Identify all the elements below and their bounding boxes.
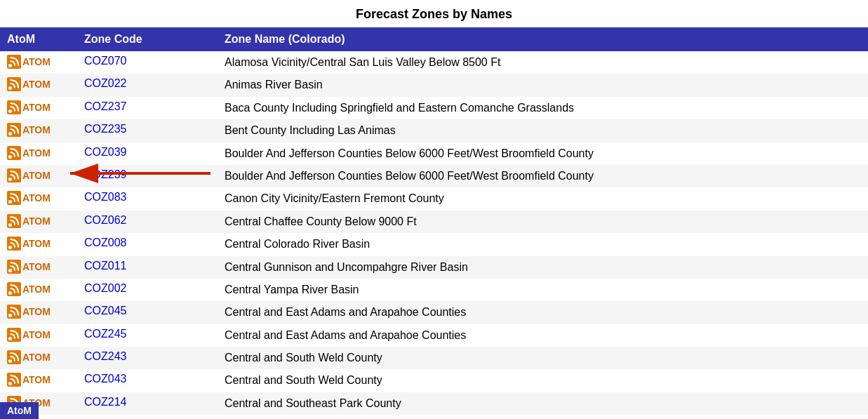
atom-cell: ATOM [0,369,77,392]
zone-code-cell: COZ022 [77,74,218,96]
zone-code-link[interactable]: COZ011 [84,260,126,272]
rss-icon[interactable] [7,123,21,137]
rss-icon[interactable] [7,260,21,274]
zone-code-link[interactable]: COZ083 [84,191,126,203]
table-row: ATOM COZ243Central and South Weld County [0,347,868,369]
atom-label: ATOM [22,352,51,363]
table-row: ATOM COZ083Canon City Vicinity/Eastern F… [0,187,868,210]
atom-cell: ATOM [0,347,77,369]
table-row: ATOM COZ039Boulder And Jefferson Countie… [0,142,868,165]
atom-cell: ATOM [0,142,77,165]
table-row: ATOM COZ239Boulder And Jefferson Countie… [0,165,868,187]
atom-label: ATOM [22,374,51,385]
zone-code-link[interactable]: COZ022 [84,77,126,89]
zone-code-link[interactable]: COZ235 [84,123,126,135]
atom-label: ATOM [22,306,51,317]
atom-cell: ATOM [0,324,77,347]
atom-label: ATOM [22,215,51,227]
rss-icon[interactable] [7,77,21,91]
atom-label: ATOM [22,284,51,295]
atom-cell: ATOM [0,119,77,142]
zone-code-cell: COZ002 [77,279,218,301]
zone-code-link[interactable]: COZ002 [84,282,126,294]
zone-code-link[interactable]: COZ237 [84,100,126,112]
zone-name-cell: Canon City Vicinity/Eastern Fremont Coun… [218,187,868,210]
table-row: ATOM COZ237Baca County Including Springf… [0,97,868,119]
table-row: ATOM COZ214Central and Southeast Park Co… [0,392,868,415]
zone-code-link[interactable]: COZ243 [84,350,126,362]
table-row: ATOM COZ022Animas River Basin [0,74,868,96]
zone-code-link[interactable]: COZ214 [84,396,126,408]
zone-name-cell: Central and Southeast Park County [218,415,868,419]
zone-code-link[interactable]: COZ008 [84,237,126,248]
zone-code-cell: COZ239 [77,165,218,187]
atom-label: ATOM [22,192,51,204]
table-row: ATOM COZ062Central Chaffee County Below … [0,211,868,233]
zone-code-cell: COZ039 [77,142,218,165]
zone-code-link[interactable]: COZ043 [84,373,126,385]
table-row: ATOM COZ235Bent County Including Las Ani… [0,119,868,142]
zone-code-link[interactable]: COZ062 [84,214,126,226]
col-atom-header: AtoM [0,27,77,51]
svg-point-23 [8,314,12,317]
atom-cell: ATOM [0,165,77,187]
zone-name-cell: Central and Southeast Park County [218,392,868,415]
zone-name-cell: Boulder And Jefferson Counties Below 600… [218,142,868,165]
svg-point-9 [8,155,12,159]
zone-code-link[interactable]: COZ070 [84,55,126,67]
atom-cell: ATOM [0,211,77,233]
zone-code-cell: COZ235 [77,119,218,142]
svg-point-17 [8,246,12,249]
rss-icon[interactable] [7,350,21,364]
rss-icon[interactable] [7,191,21,205]
zone-name-cell: Animas River Basin [218,74,868,96]
zone-name-cell: Bent County Including Las Animas [218,119,868,142]
zone-code-link[interactable]: COZ239 [84,168,126,180]
atom-label: ATOM [22,329,51,340]
atom-cell: ATOM [0,97,77,119]
atom-cell: ATOM [0,74,77,96]
rss-icon[interactable] [7,55,21,69]
rss-icon[interactable] [7,328,21,342]
atom-label: ATOM [22,79,51,90]
zone-code-cell: COZ243 [77,347,218,369]
zone-code-cell: COZ083 [77,187,218,210]
rss-icon[interactable] [7,237,21,251]
atom-cell: ATOM [0,51,77,74]
svg-point-5 [8,109,12,113]
zone-code-link[interactable]: COZ245 [84,328,126,340]
zone-code-cell: COZ043 [77,369,218,392]
zone-code-cell: COZ037 [77,415,218,419]
forecast-table: AtoM Zone Code Zone Name (Colorado) ATOM… [0,27,868,419]
table-row: ATOM COZ008Central Colorado River Basin [0,233,868,255]
rss-icon[interactable] [7,168,21,182]
atom-cell: ATOM [0,301,77,324]
atom-cell: ATOM [0,279,77,301]
atom-label: ATOM [22,147,51,159]
svg-point-3 [8,86,12,90]
svg-point-7 [8,132,12,135]
rss-icon[interactable] [7,282,21,296]
svg-point-25 [8,337,12,340]
table-row: ATOM COZ011Central Gunnison and Uncompah… [0,256,868,279]
table-row: ATOM COZ043Central and South Weld County [0,369,868,392]
zone-code-link[interactable]: COZ039 [84,146,126,158]
atom-label: ATOM [22,56,51,67]
col-zonename-header: Zone Name (Colorado) [218,27,868,51]
rss-icon[interactable] [7,146,21,160]
zone-code-cell: COZ045 [77,301,218,324]
zone-code-link[interactable]: COZ045 [84,305,126,317]
zone-name-cell: Boulder And Jefferson Counties Below 600… [218,165,868,187]
svg-point-27 [8,359,12,363]
zone-name-cell: Central and East Adams and Arapahoe Coun… [218,301,868,324]
rss-icon[interactable] [7,305,21,319]
rss-icon[interactable] [7,373,21,387]
rss-icon[interactable] [7,100,21,114]
svg-point-29 [8,382,12,385]
atom-label: ATOM [22,124,51,135]
zone-code-cell: COZ245 [77,324,218,347]
zone-name-cell: Central and East Adams and Arapahoe Coun… [218,324,868,347]
atom-cell: ATOM [0,233,77,255]
rss-icon[interactable] [7,214,21,228]
table-row: ATOM COZ002Central Yampa River Basin [0,279,868,301]
